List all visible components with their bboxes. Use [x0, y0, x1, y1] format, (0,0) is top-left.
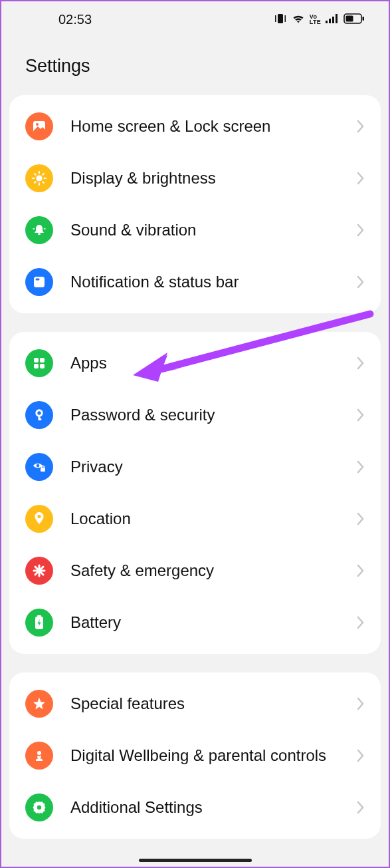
- item-location[interactable]: Location: [9, 493, 381, 545]
- svg-rect-29: [40, 364, 45, 368]
- chevron-right-icon: [357, 275, 365, 289]
- svg-rect-0: [278, 14, 283, 23]
- row-label: Battery: [70, 613, 351, 633]
- page-title: Settings: [25, 56, 389, 76]
- svg-rect-25: [36, 279, 40, 281]
- settings-group: Special features Digital Wellbeing & par…: [9, 672, 381, 839]
- item-safety[interactable]: Safety & emergency: [9, 545, 381, 597]
- svg-line-19: [35, 182, 36, 183]
- chevron-right-icon: [357, 408, 365, 422]
- settings-group: Apps Password & security Privacy Locatio…: [9, 332, 381, 654]
- svg-point-11: [36, 123, 39, 126]
- svg-point-12: [37, 176, 43, 182]
- eye-lock-icon: [25, 453, 53, 481]
- svg-rect-24: [34, 277, 45, 287]
- row-label: Special features: [70, 694, 351, 714]
- row-label: Display & brightness: [70, 168, 351, 188]
- svg-point-35: [37, 515, 41, 518]
- pin-icon: [25, 505, 53, 533]
- svg-rect-27: [40, 358, 45, 362]
- svg-rect-28: [34, 364, 39, 368]
- grid-icon: [25, 349, 53, 377]
- item-sound[interactable]: Sound & vibration: [9, 204, 381, 256]
- svg-rect-2: [284, 15, 286, 22]
- key-icon: [25, 401, 53, 429]
- svg-line-17: [35, 174, 36, 175]
- row-label: Notification & status bar: [70, 272, 351, 292]
- settings-group: Home screen & Lock screen Display & brig…: [9, 95, 381, 313]
- vibrate-icon: [274, 12, 287, 27]
- sun-icon: [25, 164, 53, 192]
- battery-icon: [25, 609, 53, 637]
- svg-line-18: [43, 182, 44, 183]
- svg-rect-26: [34, 358, 39, 362]
- chevron-right-icon: [357, 119, 365, 134]
- row-label: Password & security: [70, 405, 351, 425]
- row-label: Location: [70, 509, 351, 529]
- status-bar: 02:53 VoLTE: [1, 1, 389, 37]
- svg-rect-6: [336, 14, 338, 23]
- chevron-right-icon: [357, 511, 365, 526]
- row-label: Home screen & Lock screen: [70, 116, 351, 136]
- svg-line-20: [43, 174, 44, 175]
- item-wellbeing[interactable]: Digital Wellbeing & parental controls: [9, 730, 381, 782]
- row-label: Privacy: [70, 457, 351, 477]
- item-privacy[interactable]: Privacy: [9, 441, 381, 493]
- svg-rect-21: [38, 233, 41, 235]
- home-indicator[interactable]: [139, 859, 252, 862]
- picture-icon: [25, 112, 53, 140]
- chevron-right-icon: [357, 223, 365, 237]
- svg-point-30: [37, 410, 42, 416]
- svg-point-42: [37, 751, 41, 755]
- svg-point-43: [37, 805, 41, 809]
- chevron-right-icon: [357, 563, 365, 578]
- battery-status-icon: [343, 12, 365, 27]
- settings-list: Home screen & Lock screen Display & brig…: [1, 95, 389, 839]
- svg-rect-32: [39, 418, 42, 420]
- row-label: Sound & vibration: [70, 220, 351, 240]
- star-icon: [25, 690, 53, 718]
- item-battery[interactable]: Battery: [9, 597, 381, 649]
- item-apps[interactable]: Apps: [9, 337, 381, 389]
- svg-rect-8: [346, 15, 353, 21]
- chevron-right-icon: [357, 356, 365, 370]
- bell-icon: [25, 216, 53, 244]
- row-label: Digital Wellbeing & parental controls: [70, 746, 351, 766]
- chevron-right-icon: [357, 460, 365, 474]
- item-display[interactable]: Display & brightness: [9, 152, 381, 204]
- heart-person-icon: [25, 742, 53, 770]
- item-special[interactable]: Special features: [9, 678, 381, 730]
- svg-rect-9: [363, 17, 365, 21]
- volte-icon: VoLTE: [310, 14, 321, 25]
- svg-rect-1: [275, 15, 276, 22]
- svg-rect-3: [326, 21, 328, 23]
- chevron-right-icon: [357, 171, 365, 186]
- row-label: Apps: [70, 353, 351, 373]
- svg-rect-5: [332, 17, 334, 23]
- asterisk-icon: [25, 557, 53, 585]
- svg-rect-4: [329, 19, 331, 23]
- item-password[interactable]: Password & security: [9, 389, 381, 441]
- chevron-right-icon: [357, 696, 365, 711]
- svg-rect-34: [41, 468, 45, 472]
- svg-point-33: [37, 464, 40, 468]
- chevron-right-icon: [357, 748, 365, 763]
- item-home-lock[interactable]: Home screen & Lock screen: [9, 100, 381, 152]
- settings-header: Settings: [1, 37, 389, 95]
- item-additional[interactable]: Additional Settings: [9, 782, 381, 833]
- notif-icon: [25, 268, 53, 296]
- row-label: Additional Settings: [70, 797, 351, 817]
- chevron-right-icon: [357, 800, 365, 815]
- status-icons: VoLTE: [274, 12, 365, 27]
- chevron-right-icon: [357, 615, 365, 630]
- row-label: Safety & emergency: [70, 561, 351, 581]
- status-time: 02:53: [58, 12, 92, 27]
- wifi-icon: [291, 12, 306, 27]
- gear-icon: [25, 794, 53, 821]
- signal-icon: [325, 12, 340, 27]
- item-notification[interactable]: Notification & status bar: [9, 256, 381, 308]
